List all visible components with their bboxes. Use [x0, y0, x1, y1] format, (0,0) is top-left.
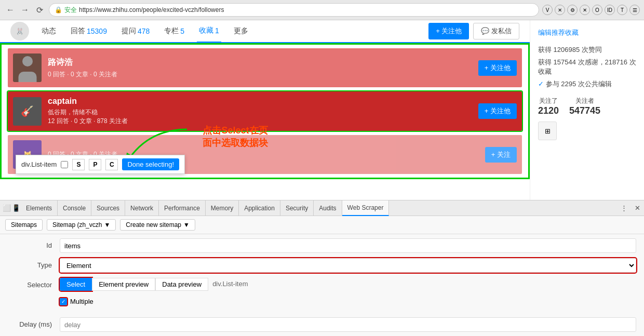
- create-sitemap-btn[interactable]: Create new sitemap ▼: [120, 219, 195, 231]
- selector-display-value: div.List-item: [208, 278, 252, 291]
- multiple-checkbox[interactable]: ✓: [60, 298, 67, 305]
- follower-follow-btn-3[interactable]: + 关注: [485, 147, 517, 163]
- followers-count: 547745: [569, 105, 600, 116]
- nav-tab-shoucang[interactable]: 收藏 1: [197, 20, 221, 43]
- multiple-label-text: Multiple: [70, 298, 93, 305]
- sidebar-stat-1: 获得 1206985 次赞同: [538, 45, 636, 55]
- forward-button[interactable]: →: [19, 4, 31, 16]
- browser-chrome: ← → ⟳ 🔒 安全 https://www.zhihu.com/people/…: [0, 0, 644, 20]
- delay-input[interactable]: [60, 317, 636, 332]
- extension-btn-1[interactable]: V: [542, 5, 553, 15]
- extension-btn-8[interactable]: ☰: [629, 5, 640, 15]
- sidebar-icon-btn[interactable]: ⊞: [538, 122, 557, 140]
- sitemap-name-btn[interactable]: Sitemap (zh_vczh ▼: [47, 219, 116, 231]
- sidebar-edit-link[interactable]: 编辑推荐收藏: [538, 29, 579, 36]
- extension-btn-2[interactable]: ✕: [555, 5, 565, 15]
- sitemaps-btn[interactable]: Sitemaps: [5, 219, 43, 231]
- webpage-container: 🐰 动态 回答 15309 提问 478 专栏 5 收藏 1 更多 + 关注他 …: [0, 20, 644, 200]
- selector-tabs: Select Element preview Data preview div.…: [60, 278, 636, 291]
- refresh-button[interactable]: ⟳: [33, 4, 46, 16]
- element-preview-tab-btn[interactable]: Element preview: [92, 278, 155, 291]
- nav-actions: + 关注他 💬 发私信: [428, 23, 519, 39]
- follow-button[interactable]: + 关注他: [428, 23, 469, 39]
- sidebar-numbers: 关注了 2120 关注者 547745: [538, 97, 636, 116]
- follower-name-2: captain: [48, 97, 472, 106]
- form-row-selector: Selector Select Element preview Data pre…: [8, 278, 636, 292]
- selector-label: Selector: [8, 278, 60, 289]
- extension-btn-3[interactable]: ⚙: [567, 5, 578, 15]
- selector-popup-text: div.List-item: [21, 160, 57, 168]
- devtools-tab-memory[interactable]: Memory: [206, 200, 239, 216]
- devtools-close-icon[interactable]: ✕: [633, 204, 642, 213]
- devtools-tab-security[interactable]: Security: [280, 200, 314, 216]
- follower-stats-line2: 12 回答 · 0 文章 · 878 关注者: [48, 117, 472, 126]
- following-count: 2120: [538, 105, 559, 116]
- selector-s-btn[interactable]: S: [72, 159, 85, 170]
- sidebar-stats-section: 获得 1206985 次赞同 获得 157544 次感谢，218716 次收藏 …: [538, 45, 636, 89]
- devtools-tab-sources[interactable]: Sources: [91, 200, 125, 216]
- multiple-control: ✓ Multiple: [60, 298, 636, 305]
- followers-label: 关注者: [569, 97, 600, 105]
- follower-follow-btn-1[interactable]: + 关注他: [478, 60, 517, 76]
- security-icon: 🔒: [55, 6, 62, 14]
- done-selecting-btn[interactable]: Done selecting!: [122, 158, 179, 170]
- nav-tab-huida[interactable]: 回答 15309: [69, 20, 109, 43]
- devtools-tabs: ⬜ 📱 Elements Console Sources Network Per…: [0, 200, 644, 216]
- devtools-tab-console[interactable]: Console: [58, 200, 91, 216]
- sidebar-followers: 关注者 547745: [569, 97, 600, 116]
- type-control: Element: [60, 258, 636, 273]
- message-button[interactable]: 💬 发私信: [473, 23, 519, 39]
- main-content: 🐰 动态 回答 15309 提问 478 专栏 5 收藏 1 更多 + 关注他 …: [0, 20, 530, 200]
- follower-item-2[interactable]: 🎸 captain 低谷期，情绪不稳 12 回答 · 0 文章 · 878 关注…: [8, 91, 522, 131]
- security-label: 安全: [64, 6, 77, 15]
- selector-popup: div.List-item S P C Done selecting!: [16, 155, 185, 174]
- id-label: Id: [8, 238, 60, 249]
- sidebar-stat-2: 获得 157544 次感谢，218716 次收藏: [538, 58, 636, 76]
- devtools-tab-application[interactable]: Application: [239, 200, 280, 216]
- devtools-tab-audits[interactable]: Audits: [314, 200, 342, 216]
- selector-popup-checkbox[interactable]: [61, 161, 68, 168]
- devtools-tab-performance[interactable]: Performance: [159, 200, 206, 216]
- devtools-tab-elements[interactable]: Elements: [21, 200, 58, 216]
- follower-info-1: 路诗浩 0 回答 · 0 文章 · 0 关注者: [48, 57, 472, 79]
- nav-tab-zhuanlan[interactable]: 专栏 5: [162, 20, 186, 43]
- delay-control: [60, 317, 636, 332]
- follower-item-1[interactable]: 路诗浩 0 回答 · 0 文章 · 0 关注者 + 关注他: [8, 48, 522, 87]
- nav-tab-dongtai[interactable]: 动态: [39, 20, 58, 43]
- devtools-more-icon[interactable]: ⋮: [619, 204, 628, 213]
- nav-tab-more[interactable]: 更多: [232, 20, 250, 43]
- sidebar-stat-3: ✓ 参与 2295 次公共编辑: [538, 79, 636, 89]
- selector-c-btn[interactable]: C: [105, 159, 118, 170]
- form-row-id: Id: [8, 238, 636, 253]
- back-button[interactable]: ←: [4, 4, 17, 16]
- address-bar[interactable]: 🔒 安全 https://www.zhihu.com/people/excite…: [49, 3, 539, 17]
- follower-stats-1: 0 回答 · 0 文章 · 0 关注者: [48, 70, 472, 79]
- devtools-device-icon[interactable]: 📱: [11, 204, 21, 213]
- devtools-tab-network[interactable]: Network: [125, 200, 159, 216]
- extension-btn-4[interactable]: ✕: [580, 5, 590, 15]
- data-preview-tab-btn[interactable]: Data preview: [155, 278, 208, 291]
- devtools-inspect-icon[interactable]: ⬜: [2, 204, 11, 213]
- url-text: https://www.zhihu.com/people/excited-vcz…: [79, 6, 224, 14]
- follower-follow-btn-2[interactable]: + 关注他: [478, 103, 517, 119]
- nav-tab-twen[interactable]: 提问 478: [119, 20, 152, 43]
- selector-control: Select Element preview Data preview div.…: [60, 278, 636, 291]
- delay-label: Delay (ms): [8, 317, 60, 328]
- id-input[interactable]: [60, 238, 636, 253]
- follower-info-2: captain 低谷期，情绪不稳 12 回答 · 0 文章 · 878 关注者: [48, 97, 472, 126]
- extension-btn-6[interactable]: ID: [605, 5, 615, 15]
- right-sidebar: 编辑推荐收藏 获得 1206985 次赞同 获得 157544 次感谢，2187…: [530, 20, 644, 200]
- extension-btn-5[interactable]: O: [592, 5, 602, 15]
- multiple-checkbox-row: ✓ Multiple: [60, 298, 636, 305]
- type-select[interactable]: Element: [60, 258, 636, 273]
- extension-btn-7[interactable]: T: [617, 5, 627, 15]
- select-tab-btn[interactable]: Select: [60, 278, 92, 291]
- multiple-label: [8, 298, 60, 301]
- form-row-type: Type Element: [8, 258, 636, 273]
- user-nav: 🐰 动态 回答 15309 提问 478 专栏 5 收藏 1 更多 + 关注他 …: [0, 20, 530, 43]
- follower-avatar-1: [13, 53, 42, 82]
- devtools: ⬜ 📱 Elements Console Sources Network Per…: [0, 200, 644, 336]
- devtools-tab-webscraper[interactable]: Web Scraper: [342, 200, 390, 216]
- browser-actions: V ✕ ⚙ ✕ O ID T ☰: [542, 5, 640, 15]
- selector-p-btn[interactable]: P: [89, 159, 101, 170]
